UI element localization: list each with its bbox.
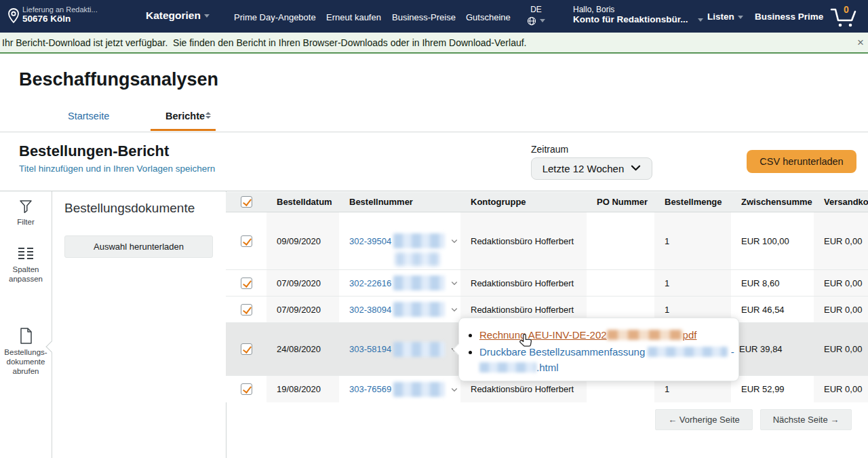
top-nav: Lieferung an Redakti... 50676 Köln Kateg…	[0, 0, 868, 33]
order-number-link[interactable]: 303-58194	[349, 344, 391, 354]
redacted-order-suffix	[393, 382, 445, 397]
order-qty: 1	[654, 212, 731, 269]
nav-account-menu[interactable]: Hallo, Boris Konto für Redaktionsbür...	[573, 5, 703, 24]
row-checkbox[interactable]	[241, 278, 252, 289]
download-selection-button[interactable]: Auswahl herunterladen	[64, 235, 213, 258]
tab-berichte[interactable]: Berichte	[165, 111, 205, 121]
col-header-po-nummer[interactable]: PO Nummer	[587, 192, 654, 212]
col-header-kontogruppe[interactable]: Kontogruppe	[460, 192, 587, 212]
shipping-cost: EUR 0,00	[814, 269, 868, 296]
chevron-down-icon[interactable]	[450, 305, 458, 313]
sort-icon[interactable]	[205, 112, 211, 119]
subtotal: EUR 100,00	[731, 212, 814, 269]
order-date: 07/09/2020	[267, 296, 339, 322]
order-number-link[interactable]: 302-22616	[349, 278, 391, 288]
col-header-versandkosten[interactable]: Versandkosten	[814, 192, 868, 212]
nav-lists-menu[interactable]: Listen	[707, 12, 743, 22]
redacted-invoice-id	[607, 330, 683, 340]
col-header-bestellnummer[interactable]: Bestellnummer	[339, 192, 460, 212]
nav-link-prime-day[interactable]: Prime Day-Angebote	[234, 12, 316, 22]
table-row	[226, 212, 267, 269]
previous-page-button[interactable]: ← Vorherige Seite	[655, 409, 753, 430]
shipping-cost: EUR 0,00	[814, 296, 868, 322]
nav-link-business-prices[interactable]: Business-Preise	[392, 12, 456, 22]
nav-categories-menu[interactable]: Kategorien	[146, 9, 210, 22]
banner-text: Ihr Bericht-Download ist jetzt verfügbar…	[2, 37, 527, 48]
redacted-order-suffix	[393, 275, 445, 290]
col-header-bestelldatum[interactable]: Bestelldatum	[267, 192, 339, 212]
subtotal: EUR 39,84	[731, 322, 814, 375]
chevron-down-icon	[540, 19, 545, 22]
chevron-down-icon[interactable]	[450, 237, 458, 245]
close-icon[interactable]: ×	[857, 36, 864, 50]
row-checkbox[interactable]	[241, 343, 252, 355]
row-checkbox[interactable]	[241, 235, 252, 247]
language-code: DE	[527, 5, 545, 14]
table-row	[226, 296, 267, 322]
order-date: 07/09/2020	[267, 269, 339, 296]
order-number-link[interactable]: 302-38094	[349, 305, 391, 315]
zeitraum-dropdown[interactable]: Letzte 12 Wochen	[531, 157, 652, 180]
csv-download-button[interactable]: CSV herunterladen	[747, 150, 856, 173]
invoice-pdf-link[interactable]: Rechnung AEU-INV-DE-202pdf	[479, 329, 696, 341]
order-number-link[interactable]: 302-39504	[349, 236, 391, 246]
order-number-link[interactable]: 303-76569	[349, 384, 391, 394]
select-all-checkbox[interactable]	[241, 196, 252, 208]
greeting: Hallo, Boris	[573, 5, 703, 14]
rail-item-order-documents[interactable]: Bestellungs-dokumente abrufen	[0, 327, 52, 376]
divider	[52, 191, 52, 458]
order-number-cell: 302-22616	[339, 269, 460, 296]
shipping-cost: EUR 0,00	[814, 322, 868, 375]
table-row	[226, 322, 267, 375]
rail-item-label: Filter	[17, 218, 35, 226]
active-tab-underline	[151, 129, 216, 131]
rail-item-filter[interactable]: Filter	[0, 198, 52, 227]
globe-icon	[527, 14, 536, 26]
rail-item-columns[interactable]: Spalten anpassen	[0, 246, 52, 284]
tab-startseite[interactable]: Startseite	[68, 111, 109, 121]
redacted-order-id	[648, 347, 728, 357]
order-date: 24/08/2020	[267, 322, 339, 375]
nav-link-buy-again[interactable]: Erneut kaufen	[326, 12, 381, 22]
row-checkbox[interactable]	[241, 383, 252, 395]
filter-icon	[0, 198, 52, 214]
redacted-order-suffix	[393, 233, 445, 248]
cart-button[interactable]: 0	[829, 4, 861, 30]
zeitraum-value: Letzte 12 Wochen	[542, 163, 625, 174]
order-number-cell: 302-38094	[339, 296, 460, 322]
nav-language-switcher[interactable]: DE	[527, 5, 545, 26]
panel-title: Bestellungsdokumente	[64, 201, 195, 216]
chevron-down-icon	[204, 14, 210, 18]
col-header-bestellmenge[interactable]: Bestellmenge	[654, 192, 731, 212]
next-page-button[interactable]: Nächste Seite →	[760, 409, 852, 430]
shipping-cost: EUR 0,00	[814, 212, 868, 269]
order-summary-html-link[interactable]: Druckbare Bestellzusammenfassung -.html	[479, 346, 734, 373]
chevron-down-icon[interactable]	[450, 279, 458, 287]
divider	[0, 191, 868, 191]
nav-link-coupons[interactable]: Gutscheine	[466, 12, 511, 22]
chevron-down-icon	[738, 16, 743, 19]
table-row	[226, 269, 267, 296]
redacted-order-suffix	[393, 342, 445, 357]
order-qty: 1	[654, 269, 731, 296]
location-pin-icon	[5, 7, 22, 28]
chevron-down-icon	[631, 163, 641, 174]
account-group: Redaktionsbüro Hofferbert	[460, 212, 587, 269]
order-documents-popup: Rechnung AEU-INV-DE-202pdf Druckbare Bes…	[458, 318, 739, 381]
account-name: Konto für Redaktionsbür...	[573, 14, 688, 24]
add-title-link[interactable]: Titel hinzufügen und in Ihren Vorlagen s…	[19, 164, 215, 174]
subtotal: EUR 52,99	[731, 375, 814, 402]
nav-business-prime[interactable]: Business Prime	[755, 12, 823, 22]
rail-item-label: Spalten anpassen	[9, 265, 43, 283]
po-number	[587, 269, 654, 296]
row-checkbox[interactable]	[241, 304, 252, 316]
table-row	[226, 375, 267, 402]
chevron-down-icon[interactable]	[450, 385, 458, 394]
download-ready-banner: Ihr Bericht-Download ist jetzt verfügbar…	[0, 33, 868, 54]
order-date: 09/09/2020	[267, 212, 339, 269]
deliver-to[interactable]: Lieferung an Redakti... 50676 Köln	[22, 5, 98, 24]
order-number-cell: 303-76569	[339, 375, 460, 402]
page-title: Beschaffungsanalysen	[19, 69, 218, 90]
subtotal: EUR 46,54	[731, 296, 814, 322]
col-header-zwischensumme[interactable]: Zwischensumme	[731, 192, 814, 212]
